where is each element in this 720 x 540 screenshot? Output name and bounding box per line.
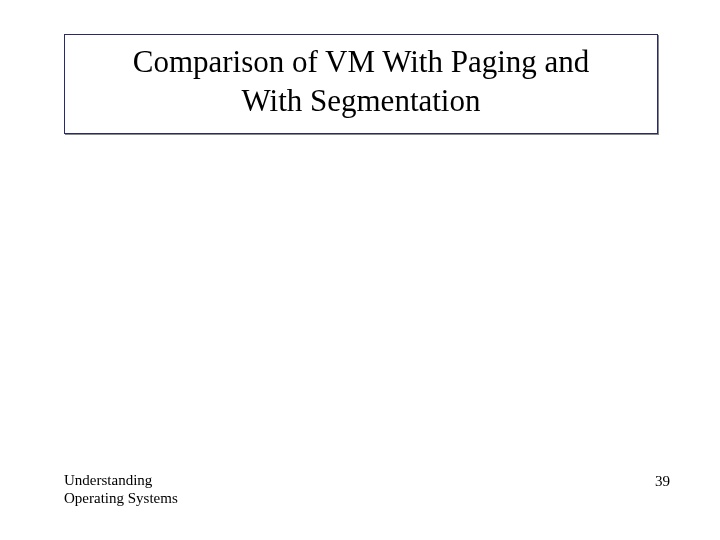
page-number: 39 (655, 473, 670, 490)
slide-title: Comparison of VM With Paging and With Se… (75, 43, 647, 121)
footer-line-1: Understanding (64, 472, 152, 488)
title-line-2: With Segmentation (242, 83, 481, 118)
footer-source: Understanding Operating Systems (64, 471, 178, 509)
title-container: Comparison of VM With Paging and With Se… (64, 34, 658, 134)
title-line-1: Comparison of VM With Paging and (133, 44, 590, 79)
footer-line-2: Operating Systems (64, 490, 178, 506)
